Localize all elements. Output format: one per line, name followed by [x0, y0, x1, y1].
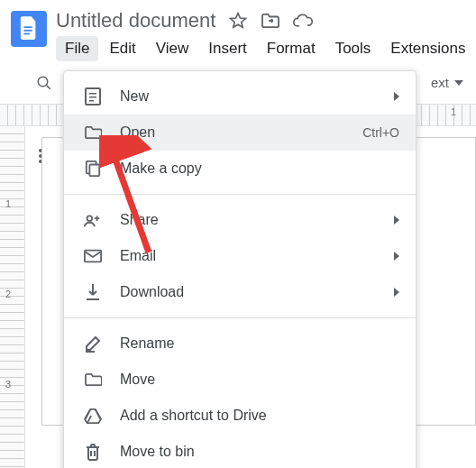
menu-item-label: Open — [120, 124, 155, 141]
menu-item-label: Email — [120, 248, 156, 264]
download-icon — [82, 281, 104, 303]
menu-item-label: New — [120, 88, 149, 105]
move-icon — [82, 369, 104, 390]
move-to-folder-icon[interactable] — [261, 11, 280, 31]
svg-rect-12 — [89, 96, 96, 98]
vertical-ruler[interactable]: 1 2 3 — [0, 126, 25, 468]
menu-extensions[interactable]: Extensions — [381, 36, 474, 61]
menu-item-label: Add a shortcut to Drive — [120, 408, 267, 424]
cloud-status-icon[interactable] — [293, 11, 313, 31]
menu-item-open[interactable]: Open Ctrl+O — [64, 115, 416, 151]
document-title[interactable]: Untitled document — [56, 9, 215, 32]
svg-point-3 — [38, 77, 48, 87]
submenu-arrow-icon — [394, 288, 399, 297]
dropdown-arrow-icon[interactable] — [454, 80, 463, 86]
menu-item-label: Rename — [120, 335, 174, 352]
menu-format[interactable]: Format — [258, 36, 325, 61]
menu-file[interactable]: File — [56, 36, 98, 61]
drive-shortcut-icon — [82, 405, 104, 427]
menu-item-download[interactable]: Download — [64, 274, 416, 310]
menu-tools[interactable]: Tools — [326, 36, 380, 61]
svg-rect-13 — [89, 100, 94, 102]
menu-view[interactable]: View — [147, 36, 198, 61]
menu-item-make-copy[interactable]: Make a copy — [64, 151, 416, 187]
menu-edit[interactable]: Edit — [100, 36, 144, 61]
svg-point-15 — [87, 216, 93, 221]
submenu-arrow-icon — [394, 252, 399, 261]
search-icon[interactable] — [34, 73, 54, 93]
ruler-mark: 2 — [5, 289, 11, 299]
menu-item-shortcut: Ctrl+O — [362, 125, 399, 140]
menu-item-label: Move — [120, 372, 155, 388]
svg-rect-1 — [24, 30, 32, 32]
svg-rect-2 — [24, 33, 30, 35]
menu-item-label: Download — [120, 284, 184, 300]
ruler-mark: 1 — [451, 106, 456, 117]
svg-rect-11 — [89, 93, 96, 95]
email-icon — [82, 245, 104, 267]
menu-item-move[interactable]: Move — [64, 362, 416, 398]
star-icon[interactable] — [228, 11, 248, 31]
menu-separator — [64, 317, 416, 318]
docs-logo-icon — [19, 16, 39, 41]
menu-item-move-to-bin[interactable]: Move to bin — [64, 434, 416, 468]
menubar: File Edit View Insert Format Tools Exten… — [56, 36, 474, 61]
menu-item-label: Move to bin — [120, 444, 195, 460]
rename-icon — [82, 333, 104, 354]
menu-insert[interactable]: Insert — [199, 36, 256, 61]
submenu-arrow-icon — [394, 92, 399, 101]
menu-item-label: Share — [120, 212, 159, 228]
menu-item-share[interactable]: Share — [64, 202, 416, 238]
ruler-mark: 1 — [5, 198, 11, 209]
file-menu-dropdown: New Open Ctrl+O Make a copy Share Email — [63, 70, 416, 468]
menu-item-email[interactable]: Email — [64, 238, 416, 274]
ruler-mark: 3 — [5, 379, 11, 390]
style-selector-label[interactable]: ext — [431, 75, 449, 90]
share-icon — [82, 209, 104, 231]
menu-item-new[interactable]: New — [64, 78, 416, 115]
new-doc-icon — [82, 86, 104, 107]
svg-rect-14 — [89, 165, 99, 177]
svg-rect-0 — [24, 26, 32, 28]
menu-item-label: Make a copy — [120, 161, 202, 177]
menu-separator — [64, 194, 416, 195]
menu-item-add-shortcut[interactable]: Add a shortcut to Drive — [64, 398, 416, 434]
menu-item-rename[interactable]: Rename — [64, 326, 416, 362]
folder-icon — [82, 122, 104, 143]
submenu-arrow-icon — [394, 216, 399, 225]
docs-logo[interactable] — [11, 11, 47, 47]
trash-icon — [82, 441, 104, 463]
copy-icon — [82, 158, 104, 179]
